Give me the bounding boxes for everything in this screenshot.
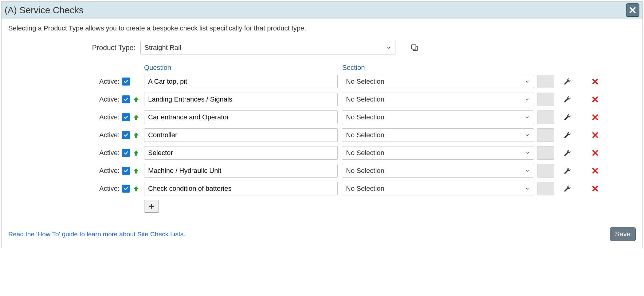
add-row-button[interactable]: + xyxy=(144,200,159,213)
question-input[interactable] xyxy=(144,182,338,195)
section-value: No Selection xyxy=(346,167,384,175)
configure-button[interactable] xyxy=(561,146,574,159)
section-select[interactable]: No Selection xyxy=(342,146,534,160)
check-row: Active:No Selection xyxy=(8,128,636,142)
check-row: Active:No Selection xyxy=(8,93,636,106)
delete-button[interactable] xyxy=(589,93,602,106)
move-up-button[interactable] xyxy=(132,149,140,157)
dialog-header: (A) Service Checks xyxy=(2,2,642,19)
active-cell: Active: xyxy=(8,167,144,175)
section-value: No Selection xyxy=(346,185,384,193)
active-label: Active: xyxy=(99,185,120,193)
question-input[interactable] xyxy=(144,110,338,124)
active-checkbox[interactable] xyxy=(122,95,130,103)
extra-button[interactable] xyxy=(537,93,554,106)
configure-button[interactable] xyxy=(561,75,574,88)
extra-button[interactable] xyxy=(537,182,554,195)
close-icon xyxy=(629,6,637,14)
active-label: Active: xyxy=(99,149,120,157)
move-up-button[interactable] xyxy=(132,167,140,174)
section-select[interactable]: No Selection xyxy=(342,182,534,195)
extra-button[interactable] xyxy=(537,75,554,88)
question-input[interactable] xyxy=(144,146,338,160)
active-label: Active: xyxy=(99,113,120,121)
question-input[interactable] xyxy=(144,75,338,88)
active-cell: Active: xyxy=(8,95,144,103)
section-value: No Selection xyxy=(346,78,384,86)
delete-button[interactable] xyxy=(589,111,602,124)
dialog-body: Selecting a Product Type allows you to c… xyxy=(2,19,642,248)
section-select[interactable]: No Selection xyxy=(342,93,534,106)
chevron-down-icon xyxy=(386,45,391,50)
question-input[interactable] xyxy=(144,164,338,178)
delete-button[interactable] xyxy=(589,129,602,142)
svg-rect-1 xyxy=(412,45,416,49)
check-row: Active:No Selection xyxy=(8,146,636,160)
active-checkbox[interactable] xyxy=(122,113,130,121)
configure-button[interactable] xyxy=(561,164,574,177)
intro-text: Selecting a Product Type allows you to c… xyxy=(8,24,636,32)
check-row: Active:No Selection xyxy=(8,164,636,178)
dialog-title: (A) Service Checks xyxy=(5,5,84,15)
active-checkbox[interactable] xyxy=(122,185,130,193)
close-button[interactable] xyxy=(626,3,639,17)
active-checkbox[interactable] xyxy=(122,131,130,139)
section-select[interactable]: No Selection xyxy=(342,128,534,142)
save-button[interactable]: Save xyxy=(610,227,636,241)
move-up-button[interactable] xyxy=(132,114,140,121)
section-value: No Selection xyxy=(346,149,384,157)
active-cell: Active: xyxy=(8,149,144,157)
extra-button[interactable] xyxy=(537,110,554,124)
column-header-question: Question xyxy=(144,64,342,72)
service-checks-dialog: (A) Service Checks Selecting a Product T… xyxy=(1,1,643,248)
active-checkbox[interactable] xyxy=(122,149,130,157)
column-headers: Question Section xyxy=(8,64,636,72)
dialog-footer: Read the 'How To' guide to learn more ab… xyxy=(8,227,636,241)
section-select[interactable]: No Selection xyxy=(342,164,534,178)
plus-icon: + xyxy=(149,201,154,211)
move-up-button[interactable] xyxy=(132,185,140,192)
section-select[interactable]: No Selection xyxy=(342,110,534,124)
delete-button[interactable] xyxy=(589,164,602,177)
delete-button[interactable] xyxy=(589,146,602,159)
move-up-button[interactable] xyxy=(132,96,140,103)
active-cell: Active: xyxy=(8,185,144,193)
check-row: Active:No Selection xyxy=(8,110,636,124)
active-label: Active: xyxy=(99,95,120,103)
extra-button[interactable] xyxy=(537,164,554,178)
product-type-label: Product Type: xyxy=(8,44,140,52)
section-value: No Selection xyxy=(346,95,384,103)
howto-link[interactable]: Read the 'How To' guide to learn more ab… xyxy=(8,230,185,238)
rows-container: Active:No SelectionActive:No SelectionAc… xyxy=(8,75,636,195)
configure-button[interactable] xyxy=(561,182,574,195)
copy-button[interactable] xyxy=(409,42,420,53)
section-select[interactable]: No Selection xyxy=(342,75,534,88)
section-value: No Selection xyxy=(346,131,384,139)
column-header-section: Section xyxy=(342,64,539,72)
extra-button[interactable] xyxy=(537,146,554,160)
copy-icon xyxy=(410,43,419,52)
question-input[interactable] xyxy=(144,93,338,106)
active-label: Active: xyxy=(99,78,120,86)
check-row: Active:No Selection xyxy=(8,75,636,88)
active-checkbox[interactable] xyxy=(122,78,130,86)
active-cell: Active: xyxy=(8,113,144,121)
product-type-row: Product Type: Straight Rail xyxy=(8,41,636,54)
delete-button[interactable] xyxy=(589,182,602,195)
product-type-value: Straight Rail xyxy=(144,44,181,52)
active-label: Active: xyxy=(99,167,120,175)
active-cell: Active: xyxy=(8,78,144,86)
active-label: Active: xyxy=(99,131,120,139)
configure-button[interactable] xyxy=(561,129,574,142)
configure-button[interactable] xyxy=(561,111,574,124)
product-type-select[interactable]: Straight Rail xyxy=(140,41,395,54)
active-checkbox[interactable] xyxy=(122,167,130,175)
move-up-button[interactable] xyxy=(132,131,140,139)
configure-button[interactable] xyxy=(561,93,574,106)
check-row: Active:No Selection xyxy=(8,182,636,195)
extra-button[interactable] xyxy=(537,128,554,142)
question-input[interactable] xyxy=(144,128,338,142)
active-cell: Active: xyxy=(8,131,144,139)
delete-button[interactable] xyxy=(589,75,602,88)
section-value: No Selection xyxy=(346,113,384,121)
